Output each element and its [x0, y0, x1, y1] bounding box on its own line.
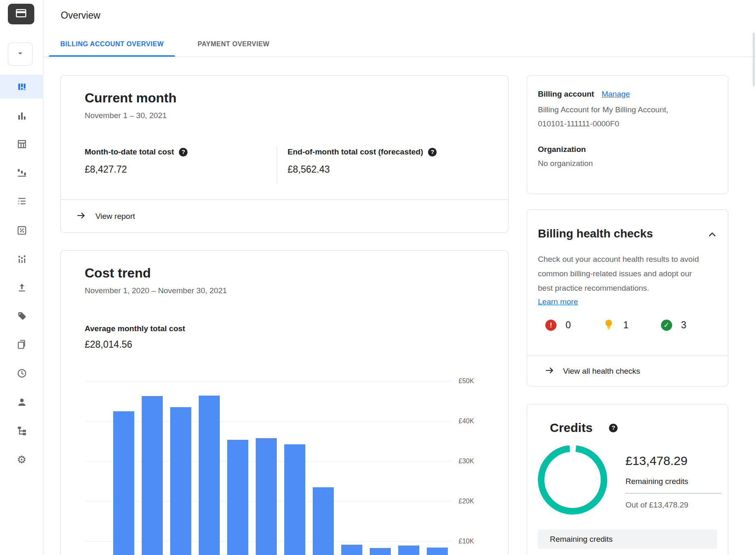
upload-icon: [17, 282, 27, 293]
health-checks-description: Check out your account health results to…: [538, 252, 704, 295]
sidebar-item-hierarchy[interactable]: [0, 419, 43, 443]
gridline: [86, 421, 451, 422]
passed-count: 3: [681, 320, 687, 331]
sidebar-item-billing-export[interactable]: [0, 276, 43, 300]
sidebar-item-reports[interactable]: [0, 104, 43, 128]
credits-caption: Remaining credits: [625, 477, 688, 486]
eom-stat: End-of-month total cost (forecasted) ? £…: [288, 147, 437, 175]
y-axis-tick: £20K: [459, 498, 474, 505]
credits-donut-chart: [538, 445, 607, 515]
y-axis-tick: £10K: [459, 538, 474, 545]
cost-trend-plot: [86, 381, 451, 555]
current-month-card: Current month November 1 – 30, 2021 Mont…: [60, 75, 509, 233]
current-month-title: Current month: [85, 90, 176, 106]
person-icon: [17, 397, 27, 408]
warning-count: 1: [623, 320, 629, 331]
mtd-label: Month-to-date total cost: [85, 147, 174, 157]
billing-account-label: Billing account: [538, 90, 594, 99]
mtd-value: £8,427.72: [85, 164, 188, 175]
cost-bar-mar-2021: [227, 440, 248, 555]
bar-chart-icon: [17, 111, 27, 121]
cost-bar-jun-2021: [313, 487, 334, 555]
view-report-button[interactable]: View report: [61, 199, 508, 232]
avg-monthly-cost-value: £28,014.56: [85, 339, 132, 350]
health-checks-stats: ! 0 1 ✓ 3: [545, 319, 718, 332]
sidebar-item-documents[interactable]: [0, 332, 43, 356]
cost-bar-apr-2021: [256, 438, 277, 555]
help-icon[interactable]: ?: [428, 148, 437, 157]
cost-trend-title: Cost trend: [85, 266, 151, 281]
clock-icon: [17, 368, 27, 379]
cost-bar-feb-2021: [199, 396, 220, 555]
credits-amount: £13,478.29: [625, 454, 687, 468]
billing-health-checks-card: Billing health checks Check out your acc…: [527, 209, 728, 387]
sidebar-item-commitments[interactable]: [0, 189, 43, 213]
waterfall-chart-icon: [17, 167, 27, 178]
help-icon[interactable]: ?: [609, 424, 618, 432]
credit-card-icon: [15, 7, 27, 21]
lightbulb-icon: [603, 319, 614, 332]
billing-account-id: 010101-111111-0000F0: [538, 119, 619, 128]
nav-collapse-button[interactable]: [8, 43, 33, 66]
warnings-stat: 1: [603, 319, 629, 332]
current-month-date-range: November 1 – 30, 2021: [85, 111, 167, 120]
cost-bar-oct-2021: [427, 548, 448, 555]
list-icon: [17, 196, 27, 206]
billing-product-logo[interactable]: [8, 4, 34, 24]
copy-icon: [17, 339, 27, 350]
credits-out-of: Out of £13,478.29: [625, 500, 688, 510]
view-all-health-checks-button[interactable]: View all health checks: [527, 356, 728, 386]
percent-icon: [17, 225, 27, 236]
arrow-right-icon: [544, 365, 555, 377]
billing-account-card: Billing account Manage Billing Account f…: [527, 75, 728, 194]
errors-stat: ! 0: [545, 320, 571, 331]
credits-divider: [625, 493, 721, 493]
sidebar: ⚙: [0, 0, 43, 555]
sidebar-item-cost-table[interactable]: [0, 132, 43, 156]
sidebar-item-pricing[interactable]: [0, 247, 43, 271]
cost-bar-sep-2021: [398, 546, 419, 555]
organization-label: Organization: [538, 145, 586, 154]
tag-icon: [17, 311, 27, 322]
eom-value: £8,562.43: [288, 164, 437, 175]
credits-table-header: Remaining credits: [538, 529, 717, 549]
vertical-scrollbar[interactable]: [753, 33, 755, 86]
help-icon[interactable]: ?: [179, 148, 188, 157]
health-checks-title: Billing health checks: [538, 227, 653, 240]
cost-bar-nov-2020: [113, 411, 134, 555]
gear-icon: ⚙: [17, 454, 26, 465]
sidebar-item-settings[interactable]: ⚙: [0, 448, 43, 472]
sidebar-item-discounts[interactable]: [0, 218, 43, 242]
arrow-right-icon: [76, 210, 86, 223]
page-title: Overview: [43, 0, 756, 21]
y-axis-tick: £30K: [459, 458, 474, 465]
sidebar-item-cost-breakdown[interactable]: [0, 161, 43, 185]
cost-trend-card: Cost trend November 1, 2020 – November 3…: [60, 250, 509, 555]
dashboard-icon: [17, 81, 27, 92]
mtd-stat: Month-to-date total cost ? £8,427.72: [85, 147, 188, 175]
chevron-up-icon[interactable]: [706, 229, 718, 242]
check-circle-icon: ✓: [661, 320, 672, 331]
sidebar-item-overview[interactable]: [0, 75, 43, 99]
sidebar-item-account-management[interactable]: [0, 390, 43, 414]
tab-payment-overview[interactable]: PAYMENT OVERVIEW: [186, 32, 281, 57]
manage-link[interactable]: Manage: [601, 90, 630, 99]
sidebar-item-transactions[interactable]: [0, 361, 43, 385]
cost-bar-may-2021: [284, 444, 305, 555]
cost-bar-dec-2020: [142, 396, 163, 555]
sidebar-item-labels[interactable]: [0, 304, 43, 328]
cost-bar-aug-2021: [370, 548, 391, 555]
view-all-health-checks-label: View all health checks: [563, 367, 640, 376]
tree-icon: [17, 425, 27, 436]
credits-title: Credits: [550, 421, 592, 435]
cost-bar-jul-2021: [341, 545, 362, 555]
cost-trend-date-range: November 1, 2020 – November 30, 2021: [85, 286, 227, 295]
tab-billing-account-overview[interactable]: BILLING ACCOUNT OVERVIEW: [49, 32, 175, 57]
caret-down-icon: [16, 49, 25, 59]
gridline: [86, 381, 451, 382]
y-axis-tick: £40K: [459, 417, 474, 425]
learn-more-link[interactable]: Learn more: [538, 297, 578, 306]
dot-chart-icon: [17, 254, 27, 265]
cost-bar-jan-2021: [170, 407, 191, 555]
credits-card: Credits ? £13,478.29 Remaining credits O…: [527, 404, 728, 555]
